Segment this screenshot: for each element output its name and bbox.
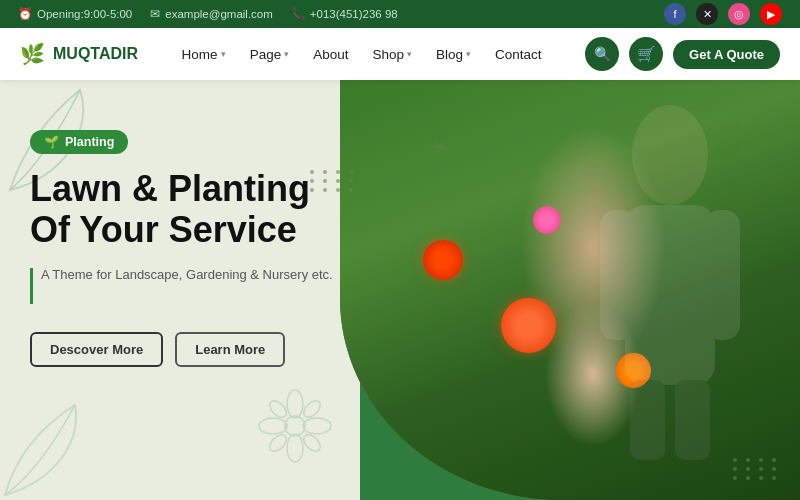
top-bar-left: ⏰ Opening:9:00-5:00 ✉ example@gmail.com … [18, 7, 398, 21]
nav-shop[interactable]: Shop ▾ [363, 41, 421, 68]
discover-more-button[interactable]: Descover More [30, 332, 163, 367]
hero-subtitle: A Theme for Landscape, Gardening & Nurse… [30, 267, 333, 304]
logo-text: MUQTADIR [53, 45, 138, 63]
red-flower-2 [423, 240, 463, 280]
svg-point-5 [267, 398, 290, 421]
subtitle-bar [30, 268, 33, 304]
nav-actions: 🔍 🛒 Get A Quote [585, 37, 780, 71]
hero-content: 🌱 Planting Lawn & Planting Of Your Servi… [30, 130, 333, 367]
hero-photo [340, 80, 800, 500]
svg-rect-12 [705, 210, 740, 340]
top-bar: ⏰ Opening:9:00-5:00 ✉ example@gmail.com … [0, 0, 800, 28]
hero-title-line1: Lawn & Planting [30, 168, 310, 209]
nav-home[interactable]: Home ▾ [173, 41, 235, 68]
phone-text: +013(451)236 98 [310, 8, 398, 20]
nav-blog[interactable]: Blog ▾ [427, 41, 480, 68]
svg-point-6 [301, 398, 324, 421]
svg-rect-11 [600, 210, 635, 340]
flower-outline-decoration [255, 386, 335, 470]
youtube-icon[interactable]: ▶ [760, 3, 782, 25]
svg-point-4 [303, 418, 331, 434]
snowflake-decoration: ✳ [432, 135, 450, 161]
hero-title: Lawn & Planting Of Your Service [30, 168, 333, 251]
chevron-down-icon: ▾ [466, 49, 471, 59]
nav-page[interactable]: Page ▾ [241, 41, 299, 68]
twitter-icon[interactable]: ✕ [696, 3, 718, 25]
svg-point-9 [632, 105, 708, 205]
search-button[interactable]: 🔍 [585, 37, 619, 71]
email-info: ✉ example@gmail.com [150, 7, 273, 21]
hero-title-line2: Of Your Service [30, 209, 297, 250]
hero-subtitle-text: A Theme for Landscape, Gardening & Nurse… [41, 267, 333, 282]
nav-links: Home ▾ Page ▾ About Shop ▾ Blog ▾ Contac… [173, 41, 551, 68]
phone-info: 📞 +013(451)236 98 [291, 7, 398, 21]
social-icons: f ✕ ◎ ▶ [664, 3, 782, 25]
dots-bottom-right [733, 458, 780, 480]
cart-button[interactable]: 🛒 [629, 37, 663, 71]
hero-badge: 🌱 Planting [30, 130, 128, 154]
svg-point-7 [267, 432, 290, 455]
chevron-down-icon: ▾ [221, 49, 226, 59]
svg-rect-10 [625, 205, 715, 385]
logo-icon: 🌿 [20, 42, 45, 66]
pink-flower [533, 206, 561, 234]
svg-rect-13 [630, 380, 665, 460]
get-quote-button[interactable]: Get A Quote [673, 40, 780, 69]
dribbble-icon[interactable]: ◎ [728, 3, 750, 25]
svg-point-0 [285, 416, 305, 436]
svg-point-2 [287, 434, 303, 462]
badge-icon: 🌱 [44, 135, 59, 149]
hero-section: ✳ [0, 80, 800, 500]
opening-text: Opening:9:00-5:00 [37, 8, 132, 20]
nav-contact[interactable]: Contact [486, 41, 551, 68]
facebook-icon[interactable]: f [664, 3, 686, 25]
navbar: 🌿 MUQTADIR Home ▾ Page ▾ About Shop ▾ Bl… [0, 28, 800, 80]
chevron-down-icon: ▾ [284, 49, 289, 59]
logo[interactable]: 🌿 MUQTADIR [20, 42, 138, 66]
phone-icon: 📞 [291, 7, 305, 21]
photo-inner [340, 80, 800, 500]
chevron-down-icon: ▾ [407, 49, 412, 59]
svg-point-1 [287, 390, 303, 418]
svg-point-8 [301, 432, 324, 455]
hero-buttons: Descover More Learn More [30, 332, 333, 367]
learn-more-button[interactable]: Learn More [175, 332, 285, 367]
svg-rect-14 [675, 380, 710, 460]
svg-point-3 [259, 418, 287, 434]
opening-hours: ⏰ Opening:9:00-5:00 [18, 7, 132, 21]
email-text: example@gmail.com [165, 8, 273, 20]
nav-about[interactable]: About [304, 41, 357, 68]
email-icon: ✉ [150, 7, 160, 21]
leaf-bottom-left [0, 400, 100, 500]
clock-icon: ⏰ [18, 7, 32, 21]
badge-text: Planting [65, 135, 114, 149]
